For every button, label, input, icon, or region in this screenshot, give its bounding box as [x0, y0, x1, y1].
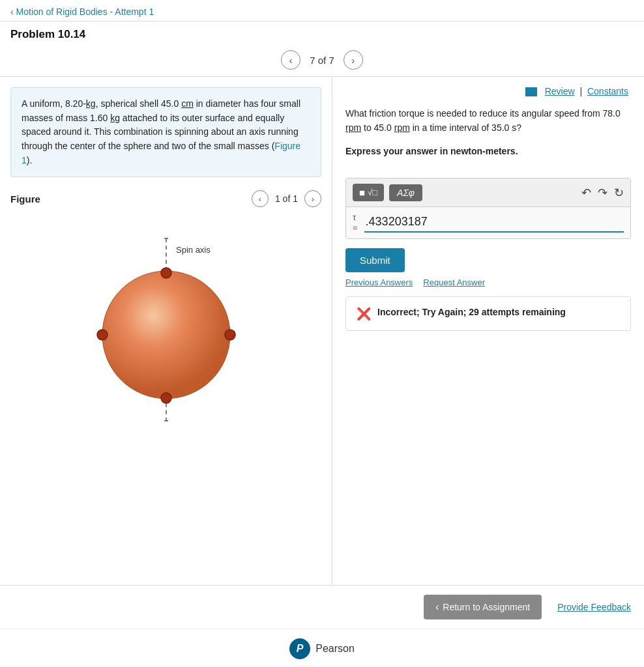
problem-title: Problem 10.14: [10, 28, 634, 41]
book-icon: [525, 87, 537, 96]
svg-point-2: [102, 271, 230, 399]
error-box: ❌ Incorrect; Try Again; 29 attempts rema…: [345, 296, 631, 331]
svg-point-4: [161, 393, 171, 403]
question-text: What friction torque is needed to reduce…: [345, 107, 631, 135]
request-answer-link[interactable]: Request Answer: [423, 277, 485, 287]
svg-point-6: [225, 330, 235, 340]
redo-button[interactable]: ↷: [598, 186, 607, 200]
error-text: Incorrect; Try Again; 29 attempts remain…: [377, 306, 566, 319]
pearson-brand: Pearson: [315, 643, 355, 655]
svg-text:Spin axis: Spin axis: [176, 245, 211, 255]
page-info: 7 of 7: [310, 55, 334, 66]
svg-point-3: [161, 268, 171, 278]
math-answer-input[interactable]: [364, 212, 624, 233]
return-to-assignment-button[interactable]: Return to Assignment: [424, 595, 542, 619]
math-symbol-button[interactable]: ■ √□: [353, 184, 384, 201]
pearson-logo: P: [289, 638, 310, 659]
next-figure-button[interactable]: ›: [304, 190, 321, 207]
problem-text-box: A uniform, 8.20-kg, spherical shell 45.0…: [10, 87, 321, 177]
next-page-button[interactable]: ›: [344, 50, 363, 70]
constants-link[interactable]: Constants: [587, 86, 628, 96]
figure-page-info: 1 of 1: [275, 193, 298, 204]
provide-feedback-link[interactable]: Provide Feedback: [557, 602, 631, 612]
review-bar: Review | Constants: [345, 86, 631, 96]
svg-point-5: [97, 330, 108, 340]
prev-page-button[interactable]: ‹: [281, 50, 300, 70]
back-link[interactable]: Motion of Rigid Bodies - Attempt 1: [10, 7, 154, 17]
undo-button[interactable]: ↶: [581, 186, 591, 200]
tau-label: τ=: [353, 212, 358, 233]
bottom-bar: Return to Assignment Provide Feedback: [0, 585, 644, 629]
math-greek-button[interactable]: ΑΣφ: [389, 184, 422, 201]
error-icon: ❌: [357, 307, 371, 321]
prev-figure-button[interactable]: ‹: [252, 190, 269, 207]
pearson-footer: P Pearson: [0, 629, 644, 667]
math-input-container: ■ √□ ΑΣφ ↶ ↷ ↻ τ=: [345, 178, 631, 238]
express-label: Express your answer in newton-meters.: [345, 145, 631, 159]
refresh-button[interactable]: ↻: [614, 186, 624, 200]
figure-link[interactable]: Figure 1: [22, 141, 300, 165]
previous-answers-link[interactable]: Previous Answers: [345, 277, 413, 287]
figure-title: Figure: [10, 193, 40, 205]
review-link[interactable]: Review: [545, 86, 575, 96]
submit-button[interactable]: Submit: [345, 248, 405, 272]
figure-canvas: Spin axis: [10, 212, 321, 447]
